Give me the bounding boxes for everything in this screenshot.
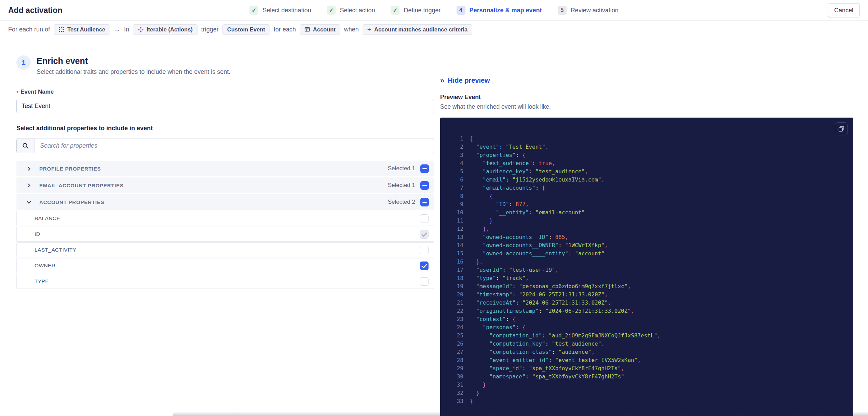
- destination-chip[interactable]: Iterable (Actions): [133, 24, 198, 35]
- step-one-badge: 1: [16, 55, 31, 70]
- audience-chip-label: Test Audience: [67, 26, 105, 33]
- step-label: Select action: [340, 7, 375, 14]
- step-define-trigger[interactable]: ✓ Define trigger: [391, 6, 440, 15]
- json-code[interactable]: 1{2 "event": "Test Event",3 "properties"…: [448, 135, 846, 405]
- preview-panel: » Hide preview Preview Event See what th…: [440, 77, 853, 416]
- property-row[interactable]: BALANCE: [16, 211, 434, 226]
- section-email-account-properties[interactable]: EMAIL-ACCOUNT PROPERTIES Selected 1: [16, 177, 434, 193]
- step-label: Personalize & map event: [470, 7, 542, 14]
- arrow-icon: →: [114, 26, 120, 33]
- section-label: ACCOUNT PROPERTIES: [39, 199, 104, 205]
- property-label: ID: [35, 231, 40, 237]
- check-icon: ✓: [327, 6, 336, 15]
- when-label: when: [344, 26, 359, 33]
- entity-chip-label: Account: [313, 26, 336, 33]
- event-name-input[interactable]: [16, 99, 434, 113]
- step-review-activation[interactable]: 5 Review activation: [558, 6, 619, 15]
- selected-count: Selected 1: [388, 182, 415, 189]
- section-checkbox-indeterminate[interactable]: [420, 164, 429, 173]
- double-chevron-right-icon: »: [440, 77, 444, 84]
- trigger-bar-prefix: For each run of: [8, 26, 50, 33]
- property-row[interactable]: TYPE: [16, 274, 434, 289]
- audience-chip[interactable]: Test Audience: [54, 24, 110, 35]
- app-header: Add activation ✓ Select destination ✓ Se…: [0, 0, 868, 21]
- criteria-chip-label: Account matches audience criteria: [374, 26, 467, 33]
- event-name-label: • Event Name: [16, 89, 434, 95]
- selected-count: Selected 2: [388, 199, 415, 205]
- property-checkbox[interactable]: [420, 261, 429, 270]
- cancel-button[interactable]: Cancel: [828, 3, 860, 17]
- property-label: OWNER: [35, 263, 55, 269]
- enrich-panel: 1 Enrich event Select additional traits …: [16, 55, 434, 290]
- property-checkbox[interactable]: [420, 214, 429, 223]
- step-number-badge: 5: [558, 6, 567, 15]
- for-each-label: for each: [274, 26, 296, 33]
- account-properties-list: BALANCE ID LAST_ACTIVITY OWNER TYPE: [16, 211, 434, 289]
- trigger-label: trigger: [201, 26, 219, 33]
- required-dot-icon: •: [16, 89, 18, 95]
- property-label: LAST_ACTIVITY: [35, 247, 76, 253]
- search-icon: [22, 143, 29, 149]
- property-sections: PROFILE PROPERTIES Selected 1 EMAIL-ACCO…: [16, 161, 434, 289]
- properties-section-label: Select additional properties to include …: [16, 125, 434, 132]
- step-select-destination[interactable]: ✓ Select destination: [249, 6, 311, 15]
- in-label: In: [124, 26, 129, 33]
- section-label: PROFILE PROPERTIES: [39, 166, 101, 172]
- check-icon: ✓: [249, 6, 258, 15]
- event-chip[interactable]: Custom Event: [222, 24, 270, 35]
- hide-preview-link[interactable]: » Hide preview: [440, 77, 490, 84]
- property-checkbox[interactable]: [420, 277, 429, 286]
- check-icon: ✓: [391, 6, 399, 15]
- section-label: EMAIL-ACCOUNT PROPERTIES: [39, 183, 124, 188]
- property-label: BALANCE: [35, 215, 60, 222]
- event-preview-code-panel: 1{2 "event": "Test Event",3 "properties"…: [440, 118, 853, 416]
- enrich-subtitle: Select additional traits and properties …: [37, 68, 230, 76]
- entity-chip[interactable]: Account: [300, 24, 340, 35]
- main-content: 1 Enrich event Select additional traits …: [0, 38, 868, 416]
- step-select-action[interactable]: ✓ Select action: [327, 6, 375, 15]
- chevron-right-icon: [25, 166, 32, 171]
- trigger-summary-bar: For each run of Test Audience → In Itera…: [0, 21, 868, 38]
- search-input[interactable]: [35, 138, 434, 153]
- property-row[interactable]: LAST_ACTIVITY: [16, 242, 434, 257]
- preview-title: Preview Event: [440, 94, 853, 101]
- page-title: Add activation: [8, 6, 62, 15]
- add-activation-screen: Add activation ✓ Select destination ✓ Se…: [0, 0, 868, 416]
- preview-subtitle: See what the enriched event will look li…: [440, 103, 853, 110]
- property-search: [16, 138, 434, 153]
- plus-icon: +: [367, 26, 371, 33]
- chevron-right-icon: [25, 183, 32, 188]
- criteria-chip[interactable]: + Account matches audience criteria: [363, 24, 472, 35]
- step-label: Select destination: [262, 7, 311, 14]
- section-account-properties[interactable]: ACCOUNT PROPERTIES Selected 2: [16, 194, 434, 210]
- section-profile-properties[interactable]: PROFILE PROPERTIES Selected 1: [16, 161, 434, 176]
- hide-preview-label: Hide preview: [448, 77, 490, 84]
- audience-icon: [58, 27, 64, 32]
- section-checkbox-indeterminate[interactable]: [420, 198, 429, 206]
- step-personalize-map-event[interactable]: 4 Personalize & map event: [457, 6, 542, 15]
- selected-count: Selected 1: [388, 165, 415, 172]
- destination-chip-label: Iterable (Actions): [147, 26, 193, 33]
- property-checkbox[interactable]: [420, 246, 429, 254]
- step-number-badge: 4: [457, 6, 465, 15]
- property-checkbox[interactable]: [420, 230, 429, 239]
- chevron-down-icon: [25, 200, 32, 204]
- event-chip-label: Custom Event: [227, 26, 265, 33]
- search-icon-cell: [17, 138, 35, 153]
- wizard-steps: ✓ Select destination ✓ Select action ✓ D…: [249, 6, 618, 15]
- section-checkbox-indeterminate[interactable]: [420, 181, 429, 190]
- enrich-title: Enrich event: [37, 55, 230, 66]
- enrich-header: 1 Enrich event Select additional traits …: [16, 55, 434, 76]
- step-label: Define trigger: [404, 7, 440, 14]
- copy-button[interactable]: [835, 122, 848, 135]
- copy-icon: [838, 125, 845, 132]
- step-label: Review activation: [571, 7, 619, 14]
- property-label: TYPE: [35, 278, 49, 284]
- property-row[interactable]: OWNER: [16, 258, 434, 273]
- iterable-logo-icon: [138, 27, 144, 32]
- table-icon: [304, 27, 310, 32]
- property-row[interactable]: ID: [16, 227, 434, 242]
